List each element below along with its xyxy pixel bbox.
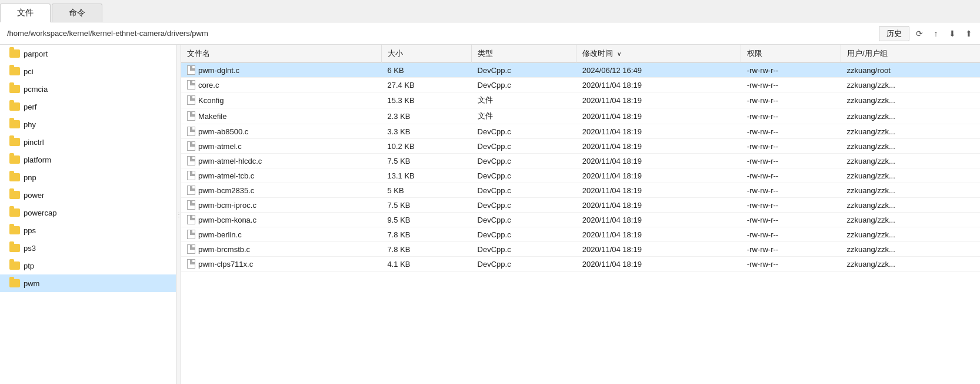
file-name-cell: pwm-bcm-iproc.c [181, 198, 381, 213]
sidebar-item-pwm[interactable]: pwm [0, 274, 176, 292]
file-mtime: 2020/11/04 18:19 [576, 183, 741, 198]
table-row[interactable]: pwm-berlin.c7.8 KBDevCpp.c2020/11/04 18:… [181, 227, 980, 242]
table-row[interactable]: core.c27.4 KBDevCpp.c2020/11/04 18:19-rw… [181, 78, 980, 92]
tab-files[interactable]: 文件 [0, 4, 51, 22]
file-name: pwm-dglnt.c [198, 66, 239, 75]
refresh-icon[interactable]: ⟳ [913, 27, 926, 40]
sidebar-item-platform[interactable]: platform [0, 151, 176, 168]
file-name: Kconfig [198, 96, 224, 105]
sidebar-item-ptp[interactable]: ptp [0, 257, 176, 274]
file-type: DevCpp.c [472, 257, 576, 272]
file-icon [187, 171, 195, 180]
file-table: 文件名大小类型修改时间 ∨权限用户/用户组 pwm-dglnt.c6 KBDev… [181, 45, 980, 272]
file-user: zzkuang/zzk... [841, 92, 980, 108]
tab-commands[interactable]: 命令 [52, 4, 102, 22]
sidebar-item-powercap[interactable]: powercap [0, 204, 176, 221]
file-user: zzkuang/zzk... [841, 213, 980, 227]
table-row[interactable]: pwm-brcmstb.c7.8 KBDevCpp.c2020/11/04 18… [181, 242, 980, 257]
folder-icon [9, 67, 20, 75]
table-row[interactable]: pwm-bcm-kona.c9.5 KBDevCpp.c2020/11/04 1… [181, 213, 980, 227]
folder-icon [9, 191, 20, 199]
file-name-cell: pwm-clps711x.c [181, 257, 381, 272]
file-mtime: 2020/11/04 18:19 [576, 108, 741, 124]
file-user: zzkuang/zzk... [841, 168, 980, 183]
up-icon[interactable]: ↑ [929, 27, 942, 40]
file-mtime: 2020/11/04 18:19 [576, 168, 741, 183]
column-header-type[interactable]: 类型 [472, 45, 576, 63]
file-mtime: 2020/11/04 18:19 [576, 198, 741, 213]
folder-icon [9, 102, 20, 111]
column-header-user[interactable]: 用户/用户组 [841, 45, 980, 63]
history-button[interactable]: 历史 [879, 26, 909, 41]
file-name: pwm-atmel-tcb.c [198, 171, 254, 180]
file-name-cell: pwm-bcm-kona.c [181, 213, 381, 227]
table-row[interactable]: pwm-bcm-iproc.c7.5 KBDevCpp.c2020/11/04 … [181, 198, 980, 213]
folder-label: pcmcia [24, 85, 48, 94]
sidebar-item-pcmcia[interactable]: pcmcia [0, 80, 176, 98]
folder-icon [9, 208, 20, 217]
folder-label: perf [24, 102, 36, 111]
file-type: DevCpp.c [472, 213, 576, 227]
file-name: pwm-ab8500.c [198, 127, 248, 136]
folder-label: pnp [24, 173, 36, 182]
file-perms: -rw-rw-r-- [741, 257, 841, 272]
folder-icon [9, 120, 20, 128]
column-header-name[interactable]: 文件名 [181, 45, 381, 63]
download-icon[interactable]: ⬇ [946, 27, 959, 40]
file-icon [187, 95, 195, 105]
file-type: DevCpp.c [472, 242, 576, 257]
file-size: 5 KB [381, 183, 471, 198]
file-name-cell: Kconfig [181, 92, 381, 108]
file-size: 2.3 KB [381, 108, 471, 124]
file-icon [187, 230, 195, 239]
table-row[interactable]: pwm-dglnt.c6 KBDevCpp.c2024/06/12 16:49-… [181, 63, 980, 78]
file-icon [187, 141, 195, 151]
upload-icon[interactable]: ⬆ [962, 27, 975, 40]
sidebar-item-pps[interactable]: pps [0, 221, 176, 239]
table-row[interactable]: pwm-atmel-tcb.c13.1 KBDevCpp.c2020/11/04… [181, 168, 980, 183]
file-size: 9.5 KB [381, 213, 471, 227]
file-size: 7.5 KB [381, 198, 471, 213]
folder-icon [9, 49, 20, 58]
sidebar-item-pnp[interactable]: pnp [0, 168, 176, 186]
folder-label: platform [24, 155, 51, 164]
sidebar-item-parport[interactable]: parport [0, 45, 176, 62]
file-size: 27.4 KB [381, 78, 471, 92]
file-user: zzkuang/root [841, 63, 980, 78]
folder-label: power [24, 191, 44, 200]
file-perms: -rw-rw-r-- [741, 92, 841, 108]
folder-label: powercap [24, 208, 56, 217]
file-user: zzkuang/zzk... [841, 139, 980, 154]
column-header-size[interactable]: 大小 [381, 45, 471, 63]
table-row[interactable]: pwm-ab8500.c3.3 KBDevCpp.c2020/11/04 18:… [181, 124, 980, 139]
file-user: zzkuang/zzk... [841, 257, 980, 272]
file-perms: -rw-rw-r-- [741, 168, 841, 183]
sidebar-item-power[interactable]: power [0, 186, 176, 204]
file-perms: -rw-rw-r-- [741, 78, 841, 92]
file-name-cell: pwm-bcm2835.c [181, 183, 381, 198]
file-user: zzkuang/zzk... [841, 227, 980, 242]
sidebar-item-pci[interactable]: pci [0, 62, 176, 80]
table-row[interactable]: pwm-atmel.c10.2 KBDevCpp.c2020/11/04 18:… [181, 139, 980, 154]
file-perms: -rw-rw-r-- [741, 227, 841, 242]
file-user: zzkuang/zzk... [841, 154, 980, 168]
file-type: DevCpp.c [472, 124, 576, 139]
file-user: zzkuang/zzk... [841, 108, 980, 124]
address-bar: /home/workspace/kernel/kernel-ethnet-cam… [0, 22, 980, 45]
sidebar-item-perf[interactable]: perf [0, 98, 176, 115]
table-row[interactable]: pwm-bcm2835.c5 KBDevCpp.c2020/11/04 18:1… [181, 183, 980, 198]
file-mtime: 2024/06/12 16:49 [576, 63, 741, 78]
sidebar-item-phy[interactable]: phy [0, 115, 176, 133]
sidebar-item-pinctrl[interactable]: pinctrl [0, 133, 176, 151]
file-name: pwm-brcmstb.c [198, 245, 250, 254]
table-row[interactable]: pwm-clps711x.c4.1 KBDevCpp.c2020/11/04 1… [181, 257, 980, 272]
resize-handle[interactable]: ⋮ [176, 45, 181, 384]
sidebar-item-ps3[interactable]: ps3 [0, 239, 176, 257]
table-row[interactable]: Kconfig15.3 KB文件2020/11/04 18:19-rw-rw-r… [181, 92, 980, 108]
column-header-mtime[interactable]: 修改时间 ∨ [576, 45, 741, 63]
file-icon [187, 65, 195, 75]
file-size: 7.8 KB [381, 227, 471, 242]
column-header-perms[interactable]: 权限 [741, 45, 841, 63]
table-row[interactable]: pwm-atmel-hlcdc.c7.5 KBDevCpp.c2020/11/0… [181, 154, 980, 168]
table-row[interactable]: Makefile2.3 KB文件2020/11/04 18:19-rw-rw-r… [181, 108, 980, 124]
